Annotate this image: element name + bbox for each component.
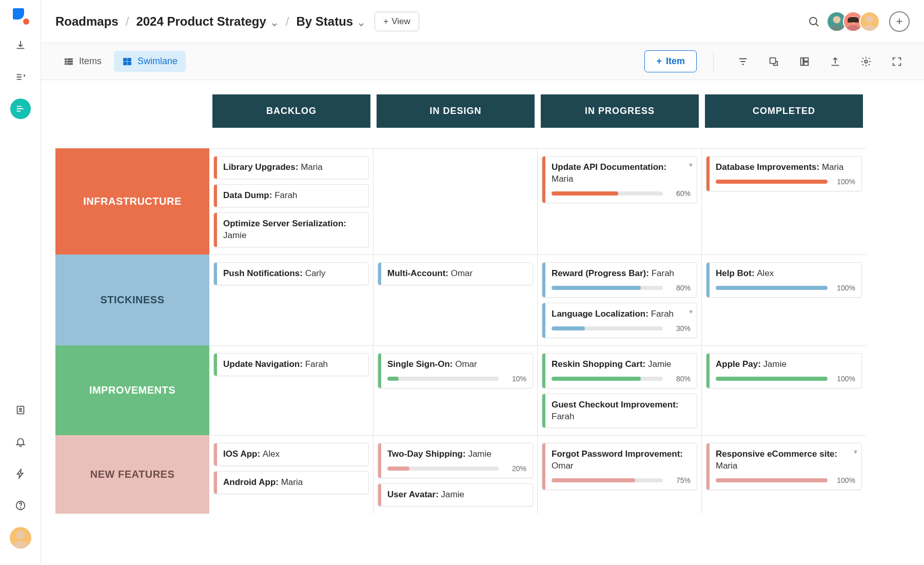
progress-row: 30% bbox=[548, 324, 691, 333]
app-logo[interactable] bbox=[13, 8, 28, 24]
card[interactable]: Reward (Progress Bar): Farah80% bbox=[542, 262, 697, 298]
progress-bar bbox=[716, 180, 828, 184]
swimlane-cell[interactable] bbox=[373, 148, 538, 255]
progress-bar bbox=[716, 377, 828, 381]
card[interactable]: Guest Checkout Improvement: Farah bbox=[542, 394, 697, 428]
swimlane-cell[interactable]: Update Navigation: Farah bbox=[209, 345, 373, 436]
card[interactable]: Reskin Shopping Cart: Jamie80% bbox=[542, 353, 697, 388]
add-item-button[interactable]: + Item bbox=[644, 50, 697, 72]
swimlane-cell[interactable]: Two-Day Shipping: Jamie20%User Avatar: J… bbox=[373, 435, 538, 514]
swimlane-board: BACKLOGIN DESIGNIN PROGRESSCOMPLETEDINFR… bbox=[41, 80, 924, 565]
card[interactable]: Forgot Password Improvement: Omar75% bbox=[542, 443, 697, 490]
card[interactable]: IOS App: Alex bbox=[213, 443, 369, 466]
contacts-icon[interactable] bbox=[10, 400, 31, 420]
progress-percent: 100% bbox=[833, 178, 855, 186]
gear-icon[interactable] bbox=[859, 55, 873, 68]
card[interactable]: Language Localization: Farah▾30% bbox=[542, 303, 697, 338]
card[interactable]: Optimize Server Serialization: Jamie bbox=[213, 212, 369, 247]
card[interactable]: Update Navigation: Farah bbox=[213, 353, 369, 376]
progress-row: 100% bbox=[713, 178, 855, 186]
card[interactable]: Library Upgrades: Maria bbox=[213, 156, 369, 179]
swimlane-cell[interactable]: Forgot Password Improvement: Omar75% bbox=[538, 435, 702, 514]
bell-icon[interactable] bbox=[10, 432, 31, 452]
breadcrumb-project[interactable]: 2024 Product Strategy bbox=[136, 14, 278, 29]
roadmap-icon[interactable] bbox=[10, 99, 31, 119]
progress-row: 80% bbox=[548, 284, 691, 292]
progress-bar bbox=[716, 478, 828, 482]
swimlane-cell[interactable]: Single Sign-On: Omar10% bbox=[373, 345, 538, 436]
progress-bar bbox=[552, 478, 663, 482]
svg-rect-23 bbox=[770, 57, 776, 63]
swimlane-cell[interactable]: Help Bot: Alex100% bbox=[702, 255, 866, 345]
card[interactable]: Multi-Account: Omar bbox=[378, 262, 533, 285]
card[interactable]: Data Dump: Farah bbox=[213, 184, 369, 207]
svg-point-27 bbox=[864, 60, 868, 63]
swimlane-cell[interactable]: Apple Pay: Jamie100% bbox=[702, 345, 866, 436]
card[interactable]: User Avatar: Jamie bbox=[378, 483, 533, 506]
swimlane-cell[interactable]: IOS App: AlexAndroid App: Maria bbox=[209, 435, 373, 514]
card[interactable]: Apple Pay: Jamie100% bbox=[706, 353, 862, 388]
card[interactable]: Single Sign-On: Omar10% bbox=[378, 353, 533, 388]
svg-point-11 bbox=[866, 15, 873, 23]
progress-percent: 75% bbox=[668, 476, 691, 484]
svg-rect-22 bbox=[128, 62, 131, 65]
expand-icon[interactable] bbox=[890, 55, 903, 68]
chevron-down-icon bbox=[270, 17, 279, 26]
lane-label-stickiness[interactable]: STICKINESS bbox=[55, 255, 209, 345]
card-title: Reskin Shopping Cart: Jamie bbox=[548, 359, 691, 371]
card-title: Single Sign-On: Omar bbox=[384, 359, 526, 371]
card[interactable]: Push Notifications: Carly bbox=[213, 262, 369, 285]
card-title: Help Bot: Alex bbox=[713, 268, 855, 280]
progress-percent: 100% bbox=[833, 284, 855, 292]
card-menu-icon[interactable]: ▾ bbox=[689, 161, 693, 169]
bolt-icon[interactable] bbox=[10, 463, 31, 484]
breadcrumb-view[interactable]: By Status bbox=[296, 14, 365, 29]
layout-icon[interactable] bbox=[798, 55, 811, 68]
help-icon[interactable] bbox=[10, 495, 31, 516]
add-view-button[interactable]: + View bbox=[375, 12, 419, 31]
card[interactable]: Android App: Maria bbox=[213, 471, 369, 494]
progress-bar bbox=[552, 326, 663, 330]
export-icon[interactable] bbox=[829, 55, 842, 68]
card-title: Multi-Account: Omar bbox=[384, 268, 526, 280]
link-icon[interactable] bbox=[767, 55, 780, 68]
card-menu-icon[interactable]: ▾ bbox=[689, 307, 693, 316]
swimlane-cell[interactable]: Responsive eCommerce site: Maria▾100% bbox=[702, 435, 866, 514]
card-menu-icon[interactable]: ▾ bbox=[854, 447, 857, 456]
swimlane-cell[interactable]: Reward (Progress Bar): Farah80%Language … bbox=[538, 255, 702, 345]
progress-row: 20% bbox=[384, 464, 526, 473]
svg-rect-14 bbox=[65, 61, 67, 62]
swimlane-cell[interactable]: Database Improvements: Maria100% bbox=[702, 148, 866, 255]
search-icon[interactable] bbox=[807, 15, 820, 28]
progress-percent: 60% bbox=[668, 189, 691, 198]
view-swimlane-button[interactable]: Swimlane bbox=[114, 51, 186, 72]
card[interactable]: Responsive eCommerce site: Maria▾100% bbox=[706, 443, 862, 490]
card-title: IOS App: Alex bbox=[220, 449, 362, 460]
breadcrumb-root[interactable]: Roadmaps bbox=[55, 14, 119, 29]
swimlane-cell[interactable]: Update API Documentation: Maria▾60% bbox=[538, 148, 702, 255]
svg-point-10 bbox=[846, 25, 861, 32]
card[interactable]: Two-Day Shipping: Jamie20% bbox=[378, 443, 533, 478]
download-icon[interactable] bbox=[10, 35, 31, 55]
view-items-button[interactable]: Items bbox=[55, 51, 110, 72]
swimlane-cell[interactable]: Library Upgrades: MariaData Dump: FarahO… bbox=[209, 148, 373, 255]
svg-point-8 bbox=[830, 25, 844, 32]
filter-icon[interactable] bbox=[736, 55, 750, 68]
avatar[interactable] bbox=[859, 11, 880, 32]
column-header: COMPLETED bbox=[705, 94, 863, 128]
card-title: User Avatar: Jamie bbox=[384, 489, 526, 501]
add-view-label: View bbox=[391, 16, 410, 27]
swimlane-cell[interactable]: Push Notifications: Carly bbox=[209, 255, 373, 345]
lane-label-improvements[interactable]: IMPROVEMENTS bbox=[55, 345, 209, 436]
user-avatar[interactable] bbox=[10, 527, 31, 549]
lane-label-infrastructure[interactable]: INFRASTRUCTURE bbox=[55, 148, 209, 255]
lane-label-newfeatures[interactable]: NEW FEATURES bbox=[55, 435, 209, 514]
add-collaborator-button[interactable]: + bbox=[889, 11, 910, 32]
card[interactable]: Database Improvements: Maria100% bbox=[706, 156, 862, 191]
card[interactable]: Help Bot: Alex100% bbox=[706, 262, 862, 298]
list-icon[interactable] bbox=[10, 67, 31, 87]
swimlane-cell[interactable]: Reskin Shopping Cart: Jamie80%Guest Chec… bbox=[538, 345, 702, 436]
svg-rect-24 bbox=[801, 57, 803, 65]
swimlane-cell[interactable]: Multi-Account: Omar bbox=[373, 255, 538, 345]
card[interactable]: Update API Documentation: Maria▾60% bbox=[542, 156, 697, 203]
